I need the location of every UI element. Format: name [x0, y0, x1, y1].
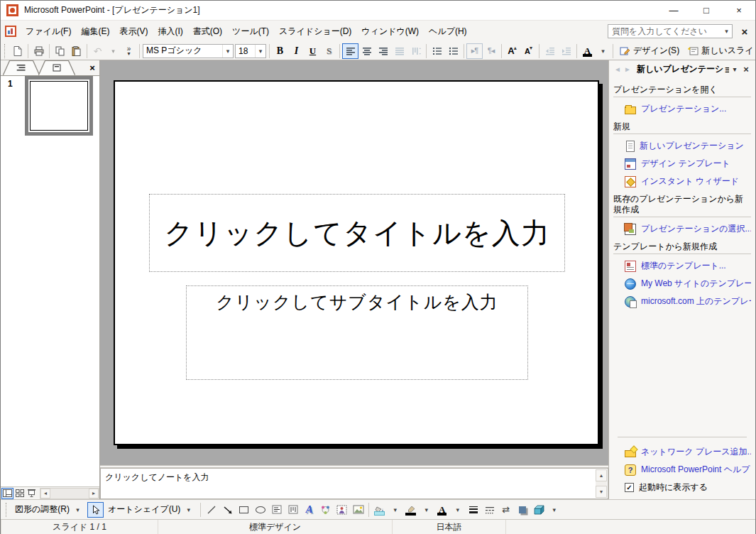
- task-pane-dropdown-icon[interactable]: ▾: [729, 64, 740, 75]
- menu-view[interactable]: 表示(V): [114, 23, 153, 40]
- select-objects-button[interactable]: [87, 502, 104, 518]
- menu-tools[interactable]: ツール(T): [227, 23, 274, 40]
- link-choose-presentation[interactable]: プレゼンテーションの選択...: [613, 220, 751, 238]
- link-powerpoint-help[interactable]: ? Microsoft PowerPoint ヘルプ: [613, 461, 751, 479]
- increase-font-size-button[interactable]: A▴: [504, 43, 520, 59]
- document-close-button[interactable]: ×: [737, 23, 752, 39]
- 3d-style-button[interactable]: [530, 502, 547, 518]
- toolbar-grip[interactable]: [4, 44, 7, 58]
- help-question-input[interactable]: 質問を入力してください ▾: [608, 24, 733, 38]
- link-design-template[interactable]: デザイン テンプレート: [613, 155, 751, 173]
- text-box-button[interactable]: [268, 502, 285, 518]
- task-pane-forward-icon[interactable]: ►: [623, 65, 632, 73]
- left-to-right-button[interactable]: ▸¶: [466, 43, 483, 59]
- oval-button[interactable]: [252, 502, 268, 518]
- maximize-button[interactable]: □: [690, 1, 723, 21]
- notes-scrollbar[interactable]: ▴ ▾: [596, 469, 607, 498]
- align-right-button[interactable]: [375, 43, 391, 59]
- new-slide-button[interactable]: 新しいスライド(N): [684, 43, 756, 59]
- menu-format[interactable]: 書式(O): [188, 23, 227, 40]
- font-color-button[interactable]: A: [579, 43, 596, 59]
- align-center-button[interactable]: [358, 43, 375, 59]
- fill-color-dropdown[interactable]: ▾: [388, 502, 402, 518]
- font-size-dropdown-icon[interactable]: ▾: [255, 45, 265, 58]
- question-dropdown-icon[interactable]: ▾: [721, 25, 732, 38]
- line-color-button[interactable]: [402, 502, 419, 518]
- font-size-combobox[interactable]: 18 ▾: [235, 44, 266, 58]
- vertical-text-button[interactable]: [407, 43, 424, 59]
- line-button[interactable]: [203, 502, 219, 518]
- link-web-templates[interactable]: My Web サイトのテンプレート...: [613, 275, 751, 293]
- right-to-left-button[interactable]: ¶◂: [483, 43, 499, 59]
- link-autocontent-wizard[interactable]: インスタント ウィザード: [613, 173, 751, 190]
- title-placeholder[interactable]: クリックしてタイトルを入力: [149, 194, 565, 272]
- font-name-dropdown-icon[interactable]: ▾: [222, 45, 233, 58]
- link-microsoft-templates[interactable]: microsoft.com 上のテンプレート: [613, 293, 751, 310]
- notes-scroll-down-button[interactable]: ▾: [596, 486, 607, 498]
- task-pane-back-icon[interactable]: ◄: [613, 65, 623, 73]
- slide-canvas[interactable]: クリックしてタイトルを入力 クリックしてサブタイトルを入力: [114, 80, 599, 445]
- font-color-dropdown[interactable]: ▾: [596, 43, 610, 59]
- notes-scroll-up-button[interactable]: ▴: [596, 469, 607, 481]
- link-blank-presentation[interactable]: 新しいプレゼンテーション: [613, 137, 751, 155]
- show-at-startup-checkbox[interactable]: ✓: [625, 483, 634, 492]
- scroll-right-button[interactable]: ▸: [89, 489, 99, 498]
- draw-menu-button[interactable]: 図形の調整(R) ▾: [11, 502, 87, 518]
- wordart-button[interactable]: A: [301, 502, 317, 518]
- link-general-templates[interactable]: 標準のテンプレート...: [613, 257, 751, 275]
- fill-color-button[interactable]: [371, 502, 388, 518]
- underline-button[interactable]: U: [305, 43, 321, 59]
- autoshapes-button[interactable]: オートシェイプ(U) ▾: [104, 502, 198, 518]
- menu-edit[interactable]: 編集(E): [76, 23, 114, 40]
- status-design-name[interactable]: 標準デザイン: [158, 520, 393, 534]
- pane-close-button[interactable]: ×: [87, 62, 98, 73]
- bold-button[interactable]: B: [272, 43, 288, 59]
- tab-outline[interactable]: [4, 61, 39, 75]
- toolbar-options-button[interactable]: »▾: [121, 43, 137, 59]
- font-name-combobox[interactable]: MS Pゴシック ▾: [143, 44, 234, 58]
- arrow-style-button[interactable]: ⇄: [498, 502, 514, 518]
- arrow-button[interactable]: [219, 502, 236, 518]
- slide-design-button[interactable]: デザイン(S): [615, 43, 684, 59]
- print-button[interactable]: [31, 43, 47, 59]
- menu-insert[interactable]: 挿入(I): [153, 23, 187, 40]
- copy-button[interactable]: [52, 43, 68, 59]
- line-style-button[interactable]: [465, 502, 481, 518]
- tab-slides[interactable]: [39, 61, 75, 75]
- slideshow-view-button[interactable]: [26, 488, 38, 499]
- task-pane-close-button[interactable]: ×: [740, 64, 752, 75]
- notes-pane[interactable]: クリックしてノートを入力 ▴ ▾: [100, 468, 608, 499]
- align-left-button[interactable]: [342, 43, 358, 59]
- menu-window[interactable]: ウィンドウ(W): [356, 23, 424, 40]
- close-button[interactable]: ×: [723, 1, 755, 21]
- bullet-list-button[interactable]: [445, 43, 461, 59]
- line-color-dropdown[interactable]: ▾: [419, 502, 434, 518]
- vertical-text-box-button[interactable]: [285, 502, 301, 518]
- paste-button[interactable]: [68, 43, 84, 59]
- undo-button[interactable]: ↶: [89, 43, 106, 59]
- presentation-document-icon[interactable]: [5, 26, 16, 37]
- link-add-network-place[interactable]: ネットワーク プレース追加...: [613, 443, 751, 461]
- draw-font-color-button[interactable]: A: [434, 502, 450, 518]
- outline-horizontal-scrollbar[interactable]: ◂ ▸: [40, 488, 99, 499]
- toolbar-grip[interactable]: [6, 503, 9, 517]
- menu-slideshow[interactable]: スライドショー(D): [274, 23, 356, 40]
- decrease-font-size-button[interactable]: A▾: [520, 43, 537, 59]
- undo-dropdown[interactable]: ▾: [106, 43, 121, 59]
- slide-thumbnail[interactable]: [25, 76, 93, 136]
- new-presentation-button[interactable]: [9, 43, 26, 59]
- normal-view-button[interactable]: [1, 488, 13, 499]
- subtitle-placeholder[interactable]: クリックしてサブタイトルを入力: [186, 285, 528, 380]
- distribute-button[interactable]: [391, 43, 407, 59]
- text-shadow-button[interactable]: S: [321, 43, 337, 59]
- diagram-button[interactable]: [317, 502, 334, 518]
- rectangle-button[interactable]: [236, 502, 252, 518]
- increase-indent-button[interactable]: [558, 43, 574, 59]
- draw-font-color-dropdown[interactable]: ▾: [450, 502, 465, 518]
- link-open-presentation[interactable]: プレゼンテーション...: [613, 100, 751, 118]
- shadow-style-button[interactable]: [514, 502, 530, 518]
- scroll-left-button[interactable]: ◂: [40, 489, 50, 498]
- dash-style-button[interactable]: [481, 502, 498, 518]
- menu-help[interactable]: ヘルプ(H): [424, 23, 472, 40]
- decrease-indent-button[interactable]: [542, 43, 558, 59]
